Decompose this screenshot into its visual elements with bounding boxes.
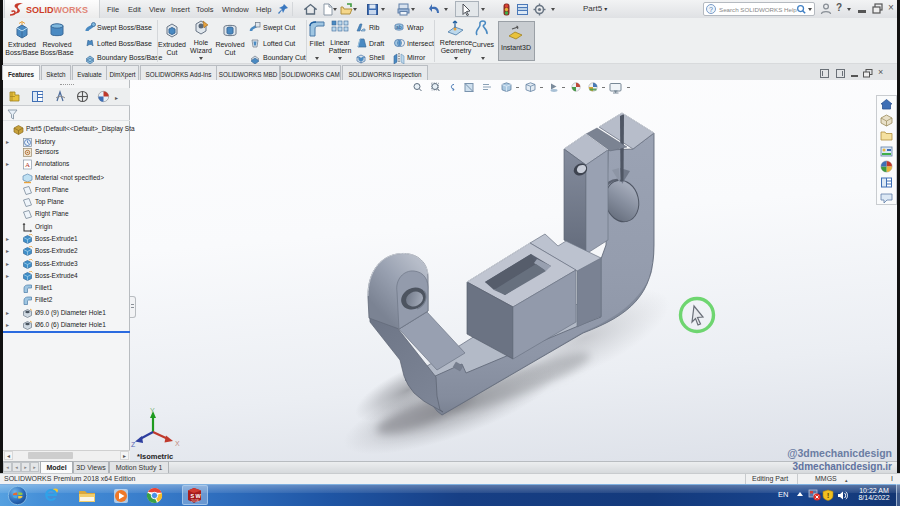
svg-text:!: ! xyxy=(827,491,830,500)
svg-text:2018: 2018 xyxy=(191,499,199,503)
svg-text:?: ? xyxy=(709,6,713,13)
svg-text:Z: Z xyxy=(131,441,136,448)
svg-text:X: X xyxy=(175,440,180,447)
svg-text:A: A xyxy=(25,161,30,169)
svg-text:Y: Y xyxy=(150,407,155,414)
svg-text:ab: ab xyxy=(396,24,402,30)
